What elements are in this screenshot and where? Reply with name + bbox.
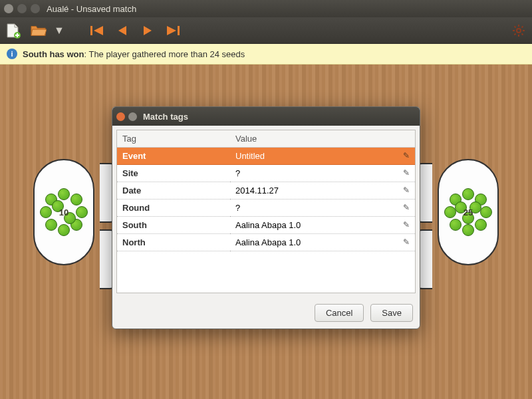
info-bar: i South has won: The player gathered mor… [0,44,532,65]
nav-first-icon[interactable] [89,23,105,39]
cancel-button[interactable]: Cancel [315,304,364,322]
table-row[interactable]: Date2014.11.27✎ [117,182,415,200]
tag-cell: South [117,217,230,234]
toolbar: ▼ [0,17,532,44]
value-cell[interactable]: Untitled✎ [230,148,415,165]
value-cell[interactable]: 2014.11.27✎ [230,182,415,200]
svg-line-8 [515,26,516,27]
edit-icon[interactable]: ✎ [403,151,410,160]
south-store-house[interactable]: 10 [33,159,94,265]
svg-rect-2 [178,26,180,35]
tag-cell: Site [117,165,230,182]
edit-icon[interactable]: ✎ [403,220,410,229]
tag-cell: Date [117,182,230,200]
open-dropdown-icon[interactable]: ▼ [56,23,63,39]
dialog-title: Match tags [143,112,188,122]
window-title: Aualé - Unsaved match [47,4,136,14]
edit-icon[interactable]: ✎ [403,203,410,212]
match-tags-dialog: Match tags Tag Value EventUntitled✎Site?… [112,106,420,329]
svg-rect-1 [90,26,92,35]
window-close-icon[interactable] [4,4,13,13]
window-titlebar: Aualé - Unsaved match [0,0,532,17]
nav-next-icon[interactable] [140,23,156,39]
value-cell[interactable]: Aalina Abapa 1.0✎ [230,217,415,234]
tags-table: Tag Value EventUntitled✎Site?✎Date2014.1… [116,130,416,293]
edit-icon[interactable]: ✎ [403,168,410,178]
nav-prev-icon[interactable] [114,23,130,39]
svg-line-10 [515,33,516,35]
seed-cluster: 25 [444,188,492,236]
north-store-house[interactable]: 25 [438,159,499,265]
nav-last-icon[interactable] [165,23,181,39]
info-rest: : The player gathered more than 24 seeds [84,49,245,59]
info-icon: i [7,49,17,59]
table-row[interactable]: Round?✎ [117,200,415,217]
svg-line-9 [522,33,523,35]
dialog-minimize-icon[interactable] [128,112,137,121]
col-header-value[interactable]: Value [230,130,415,148]
col-header-tag[interactable]: Tag [117,130,230,148]
dialog-footer: Cancel Save [112,297,420,329]
value-cell[interactable]: ?✎ [230,165,415,182]
seed-cluster: 10 [40,188,88,236]
house-count: 10 [59,207,68,217]
info-strong: South has won [23,49,84,59]
save-button[interactable]: Save [370,304,413,322]
open-file-icon[interactable] [31,23,47,39]
dialog-titlebar: Match tags [112,107,420,126]
table-row[interactable]: SouthAalina Abapa 1.0✎ [117,217,415,234]
dialog-close-icon[interactable] [116,112,125,121]
new-file-icon[interactable] [5,23,21,39]
tag-cell: North [117,234,230,251]
svg-point-3 [517,29,521,33]
table-row[interactable]: EventUntitled✎ [117,148,415,165]
tag-cell: Round [117,200,230,217]
settings-icon[interactable] [511,23,527,39]
table-row[interactable]: Site?✎ [117,165,415,182]
table-row[interactable]: NorthAalina Abapa 1.0✎ [117,234,415,251]
svg-line-11 [522,26,523,27]
edit-icon[interactable]: ✎ [403,186,410,195]
house-count: 25 [464,207,473,217]
tag-cell: Event [117,148,230,165]
value-cell[interactable]: ?✎ [230,200,415,217]
info-message: South has won: The player gathered more … [23,49,245,59]
window-maximize-icon[interactable] [31,4,40,13]
edit-icon[interactable]: ✎ [403,237,410,247]
window-minimize-icon[interactable] [17,4,27,13]
value-cell[interactable]: Aalina Abapa 1.0✎ [230,234,415,251]
